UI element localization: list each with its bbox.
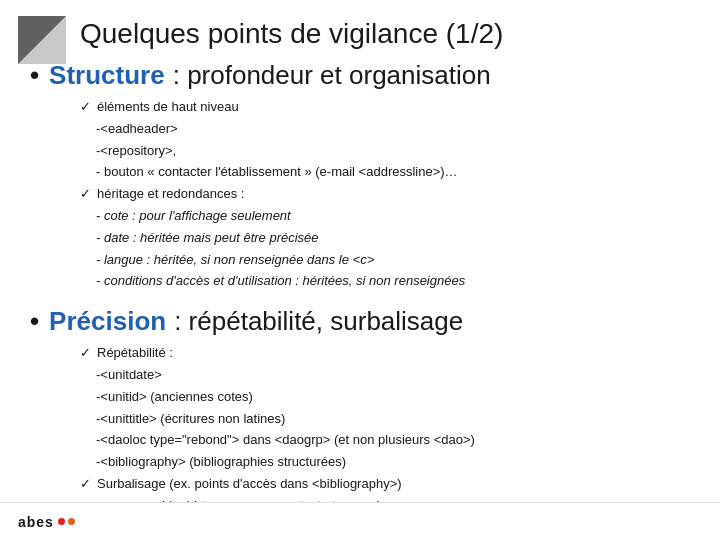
structure-item-1-sub-3: - bouton « contacter l'établissement » (… bbox=[80, 162, 690, 183]
precision-subitems: ✓ Répétabilité : -<unitdate> -<unitid> (… bbox=[30, 343, 690, 516]
precision-item-1-text: Répétabilité : bbox=[97, 343, 173, 364]
check-3: ✓ bbox=[80, 343, 91, 364]
title-area: Quelques points de vigilance (1/2) bbox=[0, 0, 720, 60]
abes-text: abes bbox=[18, 514, 54, 530]
structure-item-1: ✓ éléments de haut niveau bbox=[80, 97, 690, 118]
check-1: ✓ bbox=[80, 97, 91, 118]
precision-item-1-sub-3: -<unittitle> (écritures non latines) bbox=[80, 409, 690, 430]
structure-item-1-text: éléments de haut niveau bbox=[97, 97, 239, 118]
precision-item-1-sub-4: -<daoloc type="rebond"> dans <daogrp> (e… bbox=[80, 430, 690, 451]
dot-orange bbox=[68, 518, 75, 525]
precision-item-1-sub-5: -<bibliography> (bibliographies structur… bbox=[80, 452, 690, 473]
section-structure: • Structure : profondeur et organisation… bbox=[30, 60, 690, 292]
section-structure-heading: • Structure : profondeur et organisation bbox=[30, 60, 690, 91]
page: Quelques points de vigilance (1/2) • Str… bbox=[0, 0, 720, 540]
precision-item-1-sub-1: -<unitdate> bbox=[80, 365, 690, 386]
abes-dots bbox=[58, 518, 75, 525]
structure-item-1-sub-2: -<repository>, bbox=[80, 141, 690, 162]
structure-item-2: ✓ héritage et redondances : bbox=[80, 184, 690, 205]
check-4: ✓ bbox=[80, 474, 91, 495]
structure-item-2-sub-3: - langue : héritée, si non renseignée da… bbox=[80, 250, 690, 271]
section-precision: • Précision : répétabilité, surbalisage … bbox=[30, 306, 690, 516]
heading-structure-colored: Structure bbox=[49, 60, 165, 91]
logo-area bbox=[18, 16, 66, 64]
structure-item-2-sub-4: - conditions d'accès et d'utilisation : … bbox=[80, 271, 690, 292]
bullet-dot-1: • bbox=[30, 60, 39, 91]
precision-item-1: ✓ Répétabilité : bbox=[80, 343, 690, 364]
precision-item-2-text: Surbalisage (ex. points d'accès dans <bi… bbox=[97, 474, 402, 495]
structure-item-1-sub-1: -<eadheader> bbox=[80, 119, 690, 140]
heading-precision-rest: : répétabilité, surbalisage bbox=[174, 306, 463, 337]
structure-subitems: ✓ éléments de haut niveau -<eadheader> -… bbox=[30, 97, 690, 292]
heading-structure-rest: : profondeur et organisation bbox=[173, 60, 491, 91]
page-title: Quelques points de vigilance (1/2) bbox=[80, 18, 700, 50]
content-area: • Structure : profondeur et organisation… bbox=[0, 60, 720, 517]
section-precision-heading: • Précision : répétabilité, surbalisage bbox=[30, 306, 690, 337]
structure-item-2-text: héritage et redondances : bbox=[97, 184, 244, 205]
precision-item-2: ✓ Surbalisage (ex. points d'accès dans <… bbox=[80, 474, 690, 495]
precision-item-1-sub-2: -<unitid> (anciennes cotes) bbox=[80, 387, 690, 408]
abes-logo: abes bbox=[18, 514, 75, 530]
check-2: ✓ bbox=[80, 184, 91, 205]
structure-item-2-sub-1: - cote : pour l'affichage seulement bbox=[80, 206, 690, 227]
dot-red bbox=[58, 518, 65, 525]
bottom-bar: abes bbox=[0, 502, 720, 540]
heading-precision-colored: Précision bbox=[49, 306, 166, 337]
structure-item-2-sub-2: - date : héritée mais peut être précisée bbox=[80, 228, 690, 249]
bullet-dot-2: • bbox=[30, 306, 39, 337]
